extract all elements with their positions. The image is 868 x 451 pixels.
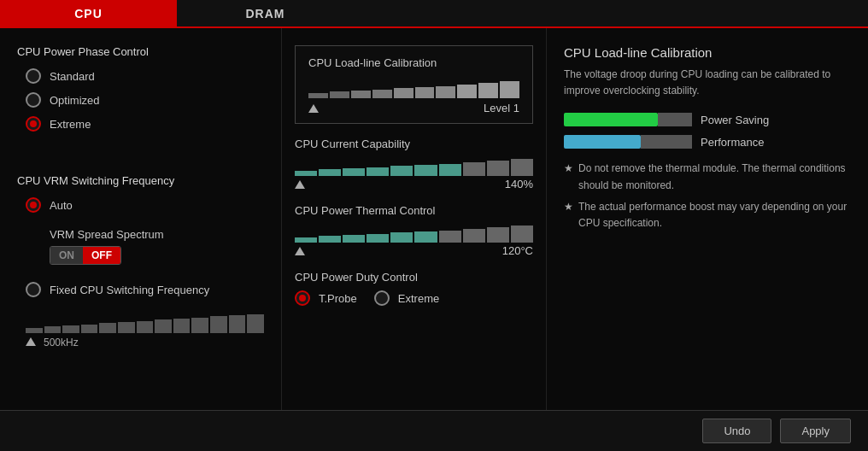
note-star-1: ★ <box>564 161 573 193</box>
note-text-1: Do not remove the thermal module. The th… <box>578 161 851 193</box>
thermal-control-bars <box>295 224 533 243</box>
calib-step-2 <box>330 91 349 98</box>
radio-circle-extreme <box>26 116 41 132</box>
freq-bar-10 <box>191 318 208 333</box>
right-panel: CPU Load-line Calibration The voltage dr… <box>547 28 868 410</box>
radio-label-extreme: Extreme <box>50 118 91 131</box>
vrm-section: CPU VRM Switching Frequency Auto VRM Spr… <box>17 174 264 348</box>
cc-arrow[interactable] <box>295 180 305 189</box>
radio-circle-fixed <box>26 282 41 297</box>
radio-circle-auto <box>26 197 41 213</box>
legend-bar-power-saving-gray <box>658 113 692 126</box>
cc-bar-7 <box>439 164 461 176</box>
cc-bar-4 <box>367 167 389 176</box>
freq-bar-13 <box>247 314 264 333</box>
calibration-steps <box>308 78 519 98</box>
current-capability-block: CPU Current Capability 140% <box>295 138 533 190</box>
note-2: ★ The actual performance boost may vary … <box>564 199 851 231</box>
calib-step-6 <box>415 87 435 98</box>
note-text-2: The actual performance boost may vary de… <box>578 199 851 231</box>
legend-bar-performance-gray <box>641 135 692 149</box>
cc-bar-10 <box>511 159 533 176</box>
note-1: ★ Do not remove the thermal module. The … <box>564 161 851 193</box>
freq-bar-3 <box>62 325 79 333</box>
calibration-title: CPU Load-line Calibration <box>308 56 519 69</box>
left-panel: CPU Power Phase Control Standard Optimiz… <box>0 28 282 410</box>
tab-bar: CPU DRAM <box>0 0 868 28</box>
freq-bar-7 <box>137 321 154 333</box>
cc-bar-5 <box>390 166 413 176</box>
calib-step-5 <box>394 88 413 98</box>
freq-bar-4 <box>81 325 98 333</box>
cc-bar-9 <box>487 161 509 176</box>
info-title: CPU Load-line Calibration <box>564 45 851 60</box>
vrm-radio-group: Auto VRM Spread Spectrum ON OFF Fixed CP… <box>26 197 264 297</box>
tc-bar-1 <box>295 237 317 243</box>
freq-bar-8 <box>155 319 172 333</box>
freq-bar-6 <box>118 322 135 333</box>
tc-bar-7 <box>439 231 461 243</box>
tc-arrow[interactable] <box>295 247 305 255</box>
toggle-on-btn[interactable]: ON <box>50 247 83 264</box>
calib-step-8 <box>457 85 477 98</box>
tc-bar-9 <box>487 227 509 243</box>
radio-standard[interactable]: Standard <box>26 68 264 84</box>
tc-bar-3 <box>343 235 365 243</box>
vrm-spread-section: VRM Spread Spectrum ON OFF <box>50 228 264 265</box>
tc-bar-5 <box>390 232 413 243</box>
duty-control-title: CPU Power Duty Control <box>295 271 533 284</box>
vrm-title: CPU VRM Switching Frequency <box>17 174 264 187</box>
duty-radio-extreme[interactable]: Extreme <box>374 290 439 306</box>
radio-circle-standard <box>26 68 41 84</box>
thermal-control-block: CPU Power Thermal Control 120°C <box>295 204 533 257</box>
tc-bar-4 <box>367 234 389 243</box>
freq-bar-5 <box>99 323 116 333</box>
thermal-control-title: CPU Power Thermal Control <box>295 204 533 217</box>
duty-circle-tprobe <box>295 290 310 306</box>
current-capability-value: 140% <box>505 178 533 190</box>
calibration-value: Level 1 <box>484 102 519 114</box>
tc-bar-8 <box>463 229 485 243</box>
legend-label-power-saving: Power Saving <box>701 114 769 126</box>
calib-step-3 <box>351 91 371 98</box>
freq-bar-12 <box>229 315 246 333</box>
radio-auto[interactable]: Auto <box>26 197 264 213</box>
calib-step-10 <box>500 81 519 98</box>
tc-bar-6 <box>414 231 437 243</box>
calibration-arrow[interactable] <box>308 104 319 113</box>
tab-dram[interactable]: DRAM <box>177 0 354 26</box>
duty-circle-extreme <box>374 290 390 306</box>
radio-circle-optimized <box>26 92 41 108</box>
duty-control-block: CPU Power Duty Control T.Probe Extreme <box>295 271 533 306</box>
legend-performance: Performance <box>564 135 851 149</box>
duty-radio-row: T.Probe Extreme <box>295 290 533 306</box>
power-phase-group: Standard Optimized Extreme <box>26 68 264 132</box>
radio-label-standard: Standard <box>50 70 95 83</box>
undo-button[interactable]: Undo <box>702 419 771 443</box>
thermal-control-value: 120°C <box>502 244 533 257</box>
apply-button[interactable]: Apply <box>780 419 851 443</box>
cc-bar-3 <box>343 168 365 176</box>
calibration-box: CPU Load-line Calibration Level 1 <box>295 45 533 124</box>
radio-optimized[interactable]: Optimized <box>26 92 264 108</box>
note-star-2: ★ <box>564 199 573 231</box>
footer: Undo Apply <box>0 410 868 451</box>
toggle-off-btn[interactable]: OFF <box>83 247 120 264</box>
freq-slider-arrow[interactable] <box>26 337 36 346</box>
cc-bar-8 <box>463 162 485 176</box>
legend-power-saving: Power Saving <box>564 113 851 126</box>
toggle-switch[interactable]: ON OFF <box>50 246 121 265</box>
tc-bar-10 <box>511 226 533 243</box>
radio-fixed[interactable]: Fixed CPU Switching Frequency <box>26 282 264 297</box>
freq-value: 500kHz <box>44 337 79 348</box>
power-phase-title: CPU Power Phase Control <box>17 45 264 58</box>
tab-cpu[interactable]: CPU <box>0 0 177 26</box>
calib-step-7 <box>436 86 455 98</box>
freq-bar-9 <box>173 319 191 333</box>
legend-bar-performance <box>564 135 641 149</box>
duty-radio-tprobe[interactable]: T.Probe <box>295 290 357 306</box>
freq-bar-2 <box>44 326 62 333</box>
middle-panel: CPU Load-line Calibration Level 1 CPU Cu… <box>282 28 547 410</box>
radio-extreme[interactable]: Extreme <box>26 116 264 132</box>
duty-label-tprobe: T.Probe <box>319 292 357 305</box>
